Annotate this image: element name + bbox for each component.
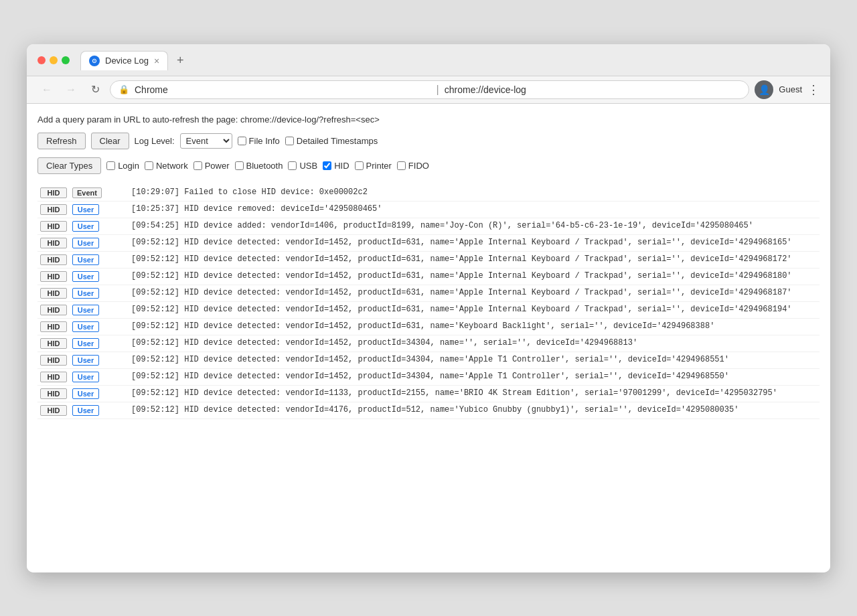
forward-button[interactable]: → [62, 80, 80, 99]
log-row: HIDEvent[10:29:07] Failed to close HID d… [37, 185, 820, 202]
refresh-button[interactable]: ↻ [86, 80, 104, 99]
log-message: [09:52:12] HID device detected: vendorId… [131, 354, 820, 366]
title-bar: ⊙ Device Log × + [27, 44, 830, 76]
refresh-page-button[interactable]: Refresh [37, 133, 86, 149]
log-row: HIDUser[09:52:12] HID device detected: v… [37, 402, 820, 419]
badge-col: HIDUser [37, 220, 131, 233]
level-badge[interactable]: User [72, 221, 99, 232]
log-message: [09:52:12] HID device detected: vendorId… [131, 320, 820, 332]
level-badge[interactable]: User [72, 238, 99, 248]
back-icon: ← [42, 84, 52, 96]
forward-icon: → [66, 84, 76, 96]
level-badge[interactable]: User [72, 338, 99, 349]
bluetooth-checkbox-label[interactable]: Bluetooth [235, 161, 283, 171]
detailed-timestamps-label[interactable]: Detailed Timestamps [285, 136, 378, 146]
tab-favicon-icon: ⊙ [89, 56, 100, 66]
log-row: HIDUser[09:52:12] HID device detected: v… [37, 285, 820, 302]
file-info-label[interactable]: File Info [238, 136, 280, 146]
badge-col: HIDUser [37, 270, 131, 283]
level-badge[interactable]: User [72, 204, 99, 215]
tab-close-icon[interactable]: × [154, 56, 159, 66]
detailed-timestamps-checkbox[interactable] [285, 137, 294, 145]
address-separator: | [437, 84, 439, 96]
type-badge: HID [40, 187, 67, 198]
level-badge[interactable]: User [72, 254, 99, 265]
address-chrome: Chrome [135, 84, 431, 95]
toolbar: Refresh Clear Log Level: Event Debug Inf… [37, 133, 820, 149]
level-badge[interactable]: User [72, 288, 99, 299]
type-badge: HID [40, 204, 67, 215]
address-bar[interactable]: 🔒 Chrome | chrome://device-log [110, 80, 749, 99]
log-message: [10:29:07] Failed to close HID device: 0… [131, 186, 820, 198]
log-level-label: Log Level: [135, 136, 175, 146]
power-checkbox-label[interactable]: Power [193, 161, 230, 171]
usb-checkbox[interactable] [288, 161, 297, 170]
log-level-select[interactable]: Event Debug Info Warning Error [180, 133, 232, 149]
badge-col: HIDUser [37, 320, 131, 333]
clear-types-bar: Clear Types Login Network Power Bluetoot… [37, 157, 820, 174]
badge-col: HIDUser [37, 253, 131, 266]
level-badge[interactable]: User [72, 271, 99, 282]
nav-bar: ← → ↻ 🔒 Chrome | chrome://device-log 👤 G… [27, 76, 830, 104]
type-badge: HID [40, 405, 67, 416]
file-info-checkbox[interactable] [238, 137, 246, 145]
maximize-button[interactable] [62, 56, 70, 64]
badge-col: HIDUser [37, 404, 131, 417]
level-badge[interactable]: User [72, 388, 99, 399]
log-message: [09:54:25] HID device added: vendorId=14… [131, 220, 820, 232]
log-message: [09:52:12] HID device detected: vendorId… [131, 303, 820, 315]
clear-types-button[interactable]: Clear Types [37, 157, 101, 174]
bluetooth-checkbox[interactable] [235, 161, 244, 170]
badge-col: HIDEvent [37, 186, 131, 200]
login-checkbox[interactable] [106, 161, 115, 170]
type-badge: HID [40, 388, 67, 399]
log-message: [09:52:12] HID device detected: vendorId… [131, 236, 820, 248]
log-row: HIDUser[09:52:12] HID device detected: v… [37, 352, 820, 369]
hid-checkbox-label[interactable]: HID [323, 161, 349, 171]
tab-device-log[interactable]: ⊙ Device Log × [80, 51, 168, 70]
log-message: [09:52:12] HID device detected: vendorId… [131, 270, 820, 282]
close-button[interactable] [37, 56, 46, 64]
type-badge: HID [40, 288, 67, 299]
fido-checkbox[interactable] [397, 161, 406, 170]
type-badge: HID [40, 238, 67, 248]
network-checkbox-label[interactable]: Network [145, 161, 188, 171]
level-badge[interactable]: User [72, 405, 99, 416]
level-badge[interactable]: User [72, 305, 99, 315]
user-name: Guest [779, 84, 802, 94]
new-tab-button[interactable]: + [171, 52, 189, 70]
log-row: HIDUser[10:25:37] HID device removed: de… [37, 202, 820, 218]
log-container: HIDEvent[10:29:07] Failed to close HID d… [37, 185, 820, 419]
type-badge: HID [40, 338, 67, 349]
log-row: HIDUser[09:52:12] HID device detected: v… [37, 235, 820, 252]
fido-checkbox-label[interactable]: FIDO [397, 161, 429, 171]
usb-checkbox-label[interactable]: USB [288, 161, 317, 171]
info-text: Add a query param in URL to auto-refresh… [37, 114, 820, 125]
log-row: HIDUser[09:52:12] HID device detected: v… [37, 252, 820, 268]
power-checkbox[interactable] [193, 161, 202, 170]
badge-col: HIDUser [37, 287, 131, 300]
traffic-lights [37, 56, 70, 64]
menu-icon[interactable]: ⋮ [807, 82, 820, 97]
back-button[interactable]: ← [37, 80, 56, 99]
log-message: [09:52:12] HID device detected: vendorId… [131, 404, 820, 416]
printer-checkbox[interactable] [355, 161, 364, 170]
badge-col: HIDUser [37, 236, 131, 250]
clear-button[interactable]: Clear [91, 133, 129, 149]
type-badge: HID [40, 271, 67, 282]
network-checkbox[interactable] [145, 161, 153, 170]
badge-col: HIDUser [37, 337, 131, 350]
log-row: HIDUser[09:52:12] HID device detected: v… [37, 302, 820, 319]
log-message: [10:25:37] HID device removed: deviceId=… [131, 203, 820, 215]
hid-checkbox[interactable] [323, 161, 331, 170]
log-row: HIDUser[09:52:12] HID device detected: v… [37, 369, 820, 386]
level-badge[interactable]: User [72, 321, 99, 332]
printer-checkbox-label[interactable]: Printer [355, 161, 392, 171]
level-badge[interactable]: User [72, 355, 99, 366]
minimize-button[interactable] [50, 56, 58, 64]
type-badge: HID [40, 321, 67, 332]
title-bar-top: ⊙ Device Log × + [37, 51, 820, 70]
tab-bar: ⊙ Device Log × + [80, 51, 820, 70]
login-checkbox-label[interactable]: Login [106, 161, 139, 171]
level-badge[interactable]: User [72, 372, 99, 382]
